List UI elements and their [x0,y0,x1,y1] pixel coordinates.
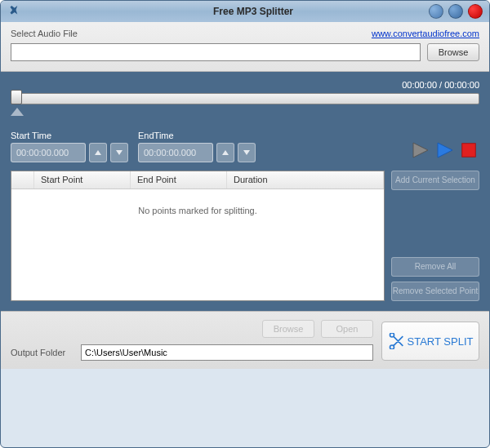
start-time-up-button[interactable] [89,143,107,162]
end-time-up-button[interactable] [216,143,234,162]
position-slider[interactable] [11,93,479,111]
side-button-panel: Add Current Selection Remove All Remove … [391,171,479,301]
output-folder-label: Output Folder [11,348,74,357]
output-open-button[interactable]: Open [321,320,373,338]
main-panel: 00:00:00 / 00:00:00 Start Time EndTime [1,72,489,311]
file-select-panel: Select Audio File www.convertaudiofree.c… [1,22,489,72]
app-icon [7,6,19,17]
start-time-down-button[interactable] [110,143,128,162]
output-browse-button[interactable]: Browse [262,320,314,338]
end-time-down-button[interactable] [238,143,256,162]
svg-rect-0 [462,144,476,157]
website-link[interactable]: www.convertaudiofree.com [372,29,479,38]
start-split-button[interactable]: START SPLIT [381,322,479,361]
scissors-icon [388,333,404,349]
slider-start-marker[interactable] [11,108,24,116]
output-folder-input[interactable] [81,344,373,361]
slider-track-bar [11,93,479,104]
close-button[interactable] [468,4,483,19]
start-time-input[interactable] [11,143,86,162]
minimize-button[interactable] [429,4,443,19]
remove-selected-button[interactable]: Remove Selected Point [391,282,479,301]
table-header: Start Point End Point Duration [11,171,384,189]
play-grey-button[interactable] [409,140,430,161]
play-button[interactable] [434,140,455,161]
table-empty-message: No points marked for splitting. [11,189,384,232]
browse-file-button[interactable]: Browse [427,43,479,61]
end-time-group: EndTime [138,131,256,162]
playback-time-display: 00:00:00 / 00:00:00 [11,80,479,90]
window-title: Free MP3 Splitter [24,6,483,17]
start-time-label: Start Time [11,131,128,140]
col-duration: Duration [227,171,384,189]
end-time-input[interactable] [138,143,213,162]
output-panel: Browse Open Output Folder START SPLIT [1,311,489,369]
col-start-point: Start Point [34,171,131,189]
start-split-label: START SPLIT [408,335,474,348]
app-window: Free MP3 Splitter Select Audio File www.… [0,0,490,448]
maximize-button[interactable] [448,4,463,19]
titlebar: Free MP3 Splitter [1,1,489,22]
col-end-point: End Point [131,171,227,189]
playback-controls [409,140,479,162]
add-selection-button[interactable]: Add Current Selection [391,171,479,190]
col-checkbox [11,171,34,189]
start-time-group: Start Time [11,131,128,162]
slider-thumb[interactable] [11,90,22,104]
remove-all-button[interactable]: Remove All [391,257,479,277]
stop-button[interactable] [458,140,479,161]
window-controls [429,4,483,19]
split-points-table: Start Point End Point Duration No points… [11,171,385,301]
select-file-label: Select Audio File [11,29,78,38]
end-time-label: EndTime [138,131,256,140]
audio-file-input[interactable] [11,43,421,61]
